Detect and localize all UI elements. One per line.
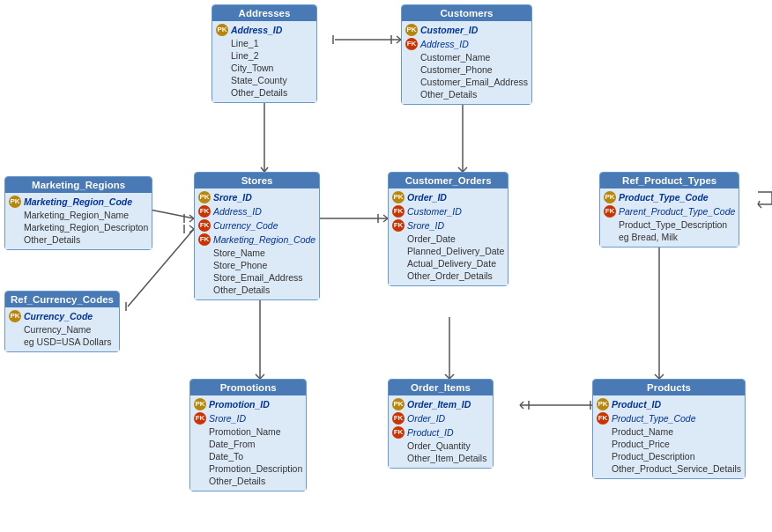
field-row: PKCustomer_ID xyxy=(405,23,528,37)
table-title-products: Products xyxy=(593,380,745,395)
field-row: Planned_Delivery_Date xyxy=(392,245,504,257)
field-row: Marketing_Region_Descripton xyxy=(9,221,148,233)
table-body-stores: PKSrore_IDFKAddress_IDFKCurrency_CodeFKM… xyxy=(195,188,319,299)
field-row: PKOrder_Item_ID xyxy=(392,397,489,411)
field-name: Date_To xyxy=(209,451,243,462)
field-name: Product_ID xyxy=(612,399,661,410)
pk-icon: PK xyxy=(597,398,609,410)
field-row: Currency_Name xyxy=(9,323,115,336)
field-row: Customer_Email_Address xyxy=(405,76,528,88)
field-row: Product_Description xyxy=(597,450,741,462)
field-name: Currency_Name xyxy=(24,324,91,335)
table-products: ProductsPKProduct_IDFKProduct_Type_CodeP… xyxy=(592,379,746,479)
field-name: Customer_Phone xyxy=(420,64,493,75)
pk-icon: PK xyxy=(392,191,405,203)
field-row: Other_Details xyxy=(9,233,148,246)
table-customers: CustomersPKCustomer_IDFKAddress_IDCustom… xyxy=(401,4,532,105)
field-row: Other_Product_Service_Details xyxy=(597,462,741,475)
table-ref_currency_codes: Ref_Currency_CodesPKCurrency_CodeCurrenc… xyxy=(4,291,120,352)
field-row: Other_Details xyxy=(194,475,302,487)
field-row: Other_Item_Details xyxy=(392,452,489,464)
field-name: Other_Details xyxy=(24,234,80,245)
field-name: Customer_ID xyxy=(420,25,478,35)
field-name: Product_Price xyxy=(612,439,670,449)
field-name: Other_Item_Details xyxy=(407,453,486,463)
field-name: Actual_Delivery_Date xyxy=(407,258,496,269)
field-name: Order_ID xyxy=(407,192,447,203)
field-row: Date_To xyxy=(194,450,302,462)
pk-icon: PK xyxy=(194,398,206,410)
svg-line-48 xyxy=(520,405,523,409)
table-addresses: AddressesPKAddress_IDLine_1Line_2City_To… xyxy=(212,4,317,103)
field-row: FKCurrency_Code xyxy=(198,218,315,233)
table-body-marketing_regions: PKMarketing_Region_CodeMarketing_Region_… xyxy=(5,193,152,249)
field-name: Address_ID xyxy=(231,25,282,35)
table-title-customers: Customers xyxy=(402,5,531,21)
field-name: Address_ID xyxy=(420,39,469,49)
field-name: eg Bread, Milk xyxy=(619,232,678,242)
pk-icon: PK xyxy=(198,191,211,203)
table-body-customers: PKCustomer_IDFKAddress_IDCustomer_NameCu… xyxy=(402,21,531,104)
field-row: Other_Details xyxy=(216,86,313,99)
field-name: Srore_ID xyxy=(213,192,252,203)
field-name: Promotion_Description xyxy=(209,463,302,474)
field-row: FKAddress_ID xyxy=(405,37,528,51)
field-row: eg USD=USA Dollars xyxy=(9,336,115,348)
pk-icon: PK xyxy=(392,398,405,410)
field-row: FKAddress_ID xyxy=(198,204,315,218)
field-row: FKSrore_ID xyxy=(392,218,504,233)
table-body-addresses: PKAddress_IDLine_1Line_2City_TownState_C… xyxy=(212,21,316,102)
pk-icon: PK xyxy=(405,24,418,36)
field-name: Other_Details xyxy=(231,87,287,98)
field-name: Product_Type_Code xyxy=(612,413,696,424)
field-row: Promotion_Name xyxy=(194,425,302,438)
field-row: FKProduct_ID xyxy=(392,425,489,440)
field-row: FKMarketing_Region_Code xyxy=(198,233,315,247)
table-title-customer_orders: Customer_Orders xyxy=(389,173,508,188)
fk-icon: FK xyxy=(392,219,405,232)
fk-icon: FK xyxy=(198,233,211,246)
field-row: Customer_Name xyxy=(405,51,528,63)
field-name: Product_Name xyxy=(612,426,673,437)
table-customer_orders: Customer_OrdersPKOrder_IDFKCustomer_IDFK… xyxy=(388,172,508,286)
field-name: Store_Email_Address xyxy=(213,272,303,283)
table-title-promotions: Promotions xyxy=(190,380,306,395)
field-row: PKMarketing_Region_Code xyxy=(9,195,148,209)
fk-icon: FK xyxy=(392,412,405,425)
field-name: Line_2 xyxy=(231,50,259,61)
field-name: Order_Item_ID xyxy=(407,399,471,410)
field-name: Marketing_Region_Code xyxy=(213,234,315,245)
field-row: Promotion_Description xyxy=(194,462,302,475)
field-row: Line_2 xyxy=(216,49,313,62)
field-row: PKPromotion_ID xyxy=(194,397,302,411)
field-name: Order_ID xyxy=(407,413,445,424)
field-name: Promotion_ID xyxy=(209,399,270,410)
field-name: Currency_Code xyxy=(213,220,278,231)
table-promotions: PromotionsPKPromotion_IDFKSrore_IDPromot… xyxy=(189,379,307,491)
field-name: Product_Type_Code xyxy=(619,192,709,203)
field-name: Parent_Product_Type_Code xyxy=(619,206,735,217)
field-name: Customer_Name xyxy=(420,52,490,63)
field-row: Other_Details xyxy=(198,284,315,296)
field-name: Marketing_Region_Code xyxy=(24,196,132,207)
fk-icon: FK xyxy=(392,426,405,439)
pk-icon: PK xyxy=(9,196,21,208)
field-name: Other_Product_Service_Details xyxy=(612,463,741,474)
table-ref_product_types: Ref_Product_TypesPKProduct_Type_CodeFKPa… xyxy=(599,172,739,248)
table-title-ref_product_types: Ref_Product_Types xyxy=(600,173,739,188)
field-row: FKOrder_ID xyxy=(392,411,489,425)
field-name: Order_Date xyxy=(407,233,456,244)
field-row: Store_Email_Address xyxy=(198,271,315,284)
table-title-stores: Stores xyxy=(195,173,319,188)
field-row: PKProduct_ID xyxy=(597,397,741,411)
pk-icon: PK xyxy=(216,24,228,36)
table-body-ref_product_types: PKProduct_Type_CodeFKParent_Product_Type… xyxy=(600,188,739,247)
field-name: Customer_ID xyxy=(407,206,462,217)
table-title-ref_currency_codes: Ref_Currency_Codes xyxy=(5,292,119,307)
svg-line-47 xyxy=(520,402,523,405)
field-name: Other_Details xyxy=(209,476,265,486)
fk-icon: FK xyxy=(198,219,211,232)
pk-icon: PK xyxy=(604,191,616,203)
field-name: eg USD=USA Dollars xyxy=(24,336,112,347)
field-row: Line_1 xyxy=(216,37,313,49)
